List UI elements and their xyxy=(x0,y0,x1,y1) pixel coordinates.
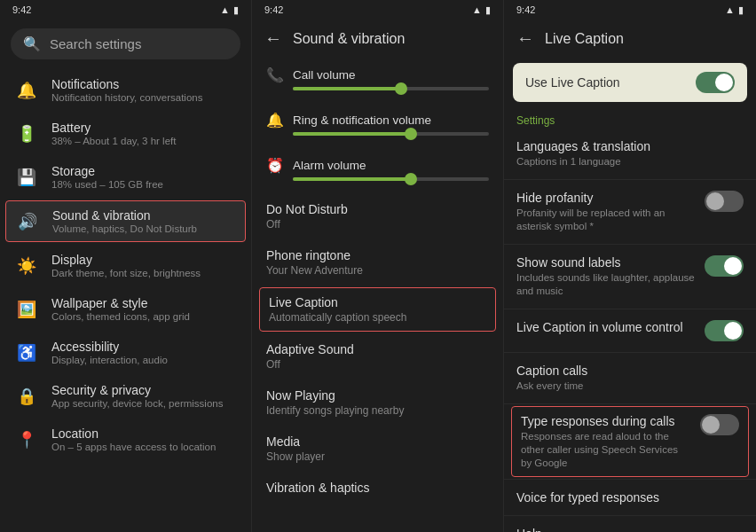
nav-sub-wallpaper: Colors, themed icons, app grid xyxy=(51,311,190,322)
slider-track-ring[interactable] xyxy=(293,132,489,136)
menu-item-adaptive-sound[interactable]: Adaptive Sound Off xyxy=(252,333,503,379)
nav-icon-sound: 🔊 xyxy=(15,209,40,234)
volume-icon-alarm: ⏰ xyxy=(266,157,284,174)
settings-section-label: Settings xyxy=(504,107,756,130)
sidebar-item-accessibility[interactable]: ♿ Accessibility Display, interaction, au… xyxy=(0,331,251,374)
nav-text-notifications: Notifications Notification history, conv… xyxy=(51,77,202,103)
sidebar-item-display[interactable]: ☀️ Display Dark theme, font size, bright… xyxy=(0,244,251,287)
nav-title-sound: Sound & vibration xyxy=(52,208,197,223)
wifi-icon: ▲ xyxy=(220,4,230,15)
menu-title-media: Media xyxy=(266,434,489,449)
status-bar-right: 9:42 ▲ ▮ xyxy=(504,0,756,20)
nav-list: 🔔 Notifications Notification history, co… xyxy=(0,68,251,532)
setting-item-live-caption-volume[interactable]: Live Caption in volume control xyxy=(504,311,756,350)
use-live-caption-toggle[interactable] xyxy=(696,72,735,93)
setting-sub-languages: Captions in 1 language xyxy=(516,155,735,168)
nav-icon-notifications: 🔔 xyxy=(14,78,39,103)
divider-hide-profanity xyxy=(504,244,756,245)
menu-item-media[interactable]: Media Show player xyxy=(252,426,503,472)
menu-sub-media: Show player xyxy=(266,450,489,463)
sidebar-item-security[interactable]: 🔒 Security & privacy App security, devic… xyxy=(0,374,251,418)
nav-title-wallpaper: Wallpaper & style xyxy=(51,296,190,310)
use-live-caption-label: Use Live Caption xyxy=(525,75,620,90)
sidebar-item-battery[interactable]: 🔋 Battery 38% – About 1 day, 3 hr left xyxy=(0,112,251,155)
status-bar-left: 9:42 ▲ ▮ xyxy=(0,0,251,20)
divider-languages xyxy=(504,179,756,180)
menu-item-now-playing[interactable]: Now Playing Identify songs playing nearb… xyxy=(252,379,503,426)
sidebar-item-sound[interactable]: 🔊 Sound & vibration Volume, haptics, Do … xyxy=(5,200,246,242)
sidebar-item-notifications[interactable]: 🔔 Notifications Notification history, co… xyxy=(0,68,251,112)
use-live-caption-bar[interactable]: Use Live Caption xyxy=(513,63,747,102)
nav-title-storage: Storage xyxy=(51,164,163,178)
setting-title-voice-typed: Voice for typed responses xyxy=(516,490,735,505)
toggle-show-sound-labels[interactable] xyxy=(705,255,744,277)
nav-icon-security: 🔒 xyxy=(14,384,39,409)
slider-track-alarm[interactable] xyxy=(293,177,489,181)
slider-track-call[interactable] xyxy=(293,87,489,90)
divider-show-sound-labels xyxy=(504,309,756,309)
nav-title-display: Display xyxy=(51,253,201,267)
setting-item-languages[interactable]: Languages & translation Captions in 1 la… xyxy=(504,130,756,177)
setting-title-caption-calls: Caption calls xyxy=(516,364,735,378)
nav-sub-storage: 18% used – 105 GB free xyxy=(51,179,163,190)
divider-live-caption-volume xyxy=(504,352,756,353)
setting-title-languages: Languages & translation xyxy=(516,139,735,153)
setting-text-type-responses: Type responses during calls Responses ar… xyxy=(521,414,691,470)
back-button-right[interactable]: ← xyxy=(516,28,534,49)
nav-title-notifications: Notifications xyxy=(51,77,202,91)
setting-text-show-sound-labels: Show sound labels Includes sounds like l… xyxy=(516,255,696,298)
menu-item-vibration-haptics[interactable]: Vibration & haptics xyxy=(252,472,503,504)
back-button-middle[interactable]: ← xyxy=(264,28,282,49)
nav-sub-sound: Volume, haptics, Do Not Disturb xyxy=(52,223,197,234)
live-caption-panel: 9:42 ▲ ▮ ← Live Caption Use Live Caption… xyxy=(504,0,756,532)
app-container: 9:42 ▲ ▮ 🔍 Search settings 🔔 Notificatio… xyxy=(0,0,756,532)
setting-item-voice-typed[interactable]: Voice for typed responses xyxy=(504,481,756,513)
menu-title-do-not-disturb: Do Not Disturb xyxy=(266,202,489,216)
menu-title-now-playing: Now Playing xyxy=(266,388,489,403)
status-icons-right: ▲ ▮ xyxy=(725,4,744,16)
divider-type-responses xyxy=(504,479,756,480)
sidebar-item-location[interactable]: 📍 Location On – 5 apps have access to lo… xyxy=(0,418,251,461)
setting-item-caption-calls[interactable]: Caption calls Ask every time xyxy=(504,355,756,402)
menu-title-phone-ringtone: Phone ringtone xyxy=(266,248,489,262)
setting-item-hide-profanity[interactable]: Hide profanity Profanity will be replace… xyxy=(504,182,756,242)
nav-sub-security: App security, device lock, permissions xyxy=(51,398,223,409)
setting-item-show-sound-labels[interactable]: Show sound labels Includes sounds like l… xyxy=(504,246,756,307)
nav-sub-battery: 38% – About 1 day, 3 hr left xyxy=(51,136,176,146)
battery-icon-left: ▮ xyxy=(233,4,239,16)
sidebar-item-wallpaper[interactable]: 🖼️ Wallpaper & style Colors, themed icon… xyxy=(0,287,251,331)
nav-title-location: Location xyxy=(51,426,216,441)
battery-icon-right: ▮ xyxy=(738,4,744,16)
nav-text-battery: Battery 38% – About 1 day, 3 hr left xyxy=(51,121,176,146)
setting-title-hide-profanity: Hide profanity xyxy=(516,191,696,205)
nav-text-security: Security & privacy App security, device … xyxy=(51,383,223,409)
search-bar[interactable]: 🔍 Search settings xyxy=(11,28,240,59)
live-caption-title: Live Caption xyxy=(545,31,624,47)
nav-icon-display: ☀️ xyxy=(14,254,39,278)
nav-text-display: Display Dark theme, font size, brightnes… xyxy=(51,253,201,278)
menu-sub-now-playing: Identify songs playing nearby xyxy=(266,404,489,417)
menu-title-live-caption: Live Caption xyxy=(269,295,486,309)
nav-title-security: Security & privacy xyxy=(51,383,223,397)
toggle-type-responses[interactable] xyxy=(700,414,739,435)
setting-sub-hide-profanity: Profanity will be replaced with an aster… xyxy=(516,207,696,233)
sound-vibration-panel: 9:42 ▲ ▮ ← Sound & vibration 📞 Call volu… xyxy=(252,0,504,532)
menu-item-live-caption[interactable]: Live Caption Automatically caption speec… xyxy=(259,287,496,332)
menu-item-phone-ringtone[interactable]: Phone ringtone Your New Adventure xyxy=(252,239,503,286)
slider-fill-alarm xyxy=(293,177,411,181)
status-time-left: 9:42 xyxy=(12,4,31,15)
sound-panel-title: Sound & vibration xyxy=(293,31,405,47)
slider-thumb-call xyxy=(395,82,407,95)
setting-title-help: Help xyxy=(516,527,735,532)
nav-text-location: Location On – 5 apps have access to loca… xyxy=(51,426,216,452)
toggle-live-caption-volume[interactable] xyxy=(705,320,744,341)
setting-item-type-responses[interactable]: Type responses during calls Responses ar… xyxy=(511,406,749,478)
nav-text-accessibility: Accessibility Display, interaction, audi… xyxy=(51,340,168,365)
toggle-hide-profanity[interactable] xyxy=(705,191,744,212)
setting-text-hide-profanity: Hide profanity Profanity will be replace… xyxy=(516,191,696,233)
setting-item-help[interactable]: Help xyxy=(504,518,756,532)
volume-row-call: 📞 Call volume xyxy=(266,66,489,83)
menu-item-do-not-disturb[interactable]: Do Not Disturb Off xyxy=(252,193,503,239)
sidebar-item-storage[interactable]: 💾 Storage 18% used – 105 GB free xyxy=(0,155,251,199)
setting-title-type-responses: Type responses during calls xyxy=(521,414,691,428)
